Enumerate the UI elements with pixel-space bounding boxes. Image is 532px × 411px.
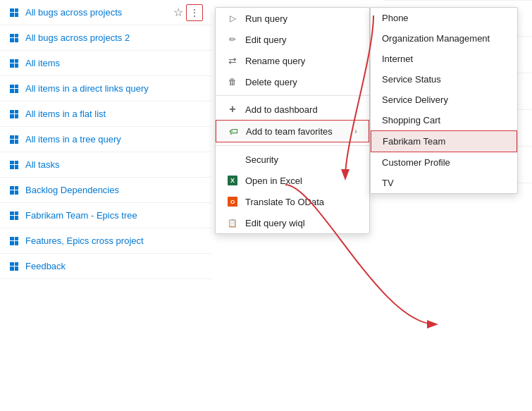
- query-type-icon: [8, 159, 20, 171]
- menu-delete-label: Delete query: [245, 77, 297, 87]
- rename-icon: ⇄: [227, 55, 238, 66]
- query-type-icon: [8, 134, 20, 145]
- query-name-6[interactable]: All items in a tree query: [25, 134, 121, 145]
- query-name-4[interactable]: All items in a direct links query: [25, 83, 149, 94]
- query-item: All tasks: [0, 152, 211, 178]
- query-list: All bugs across projects ☆ ⋮ All bugs ac…: [0, 0, 211, 411]
- tag-icon: 🏷: [228, 125, 239, 137]
- query-type-icon: [8, 185, 20, 196]
- run-icon: ▷: [227, 13, 238, 24]
- submenu-item-customer[interactable]: Customer Profile: [371, 152, 517, 173]
- trash-icon: 🗑: [227, 76, 238, 87]
- menu-edit-query[interactable]: ✏ Edit query: [216, 29, 369, 50]
- query-name-1[interactable]: All bugs across projects: [25, 7, 168, 18]
- query-item: All items: [0, 51, 211, 76]
- submenu-org-label: Organization Management: [382, 33, 490, 44]
- query-type-icon: [8, 235, 20, 247]
- submenu-phone-label: Phone: [382, 13, 409, 23]
- query-name-5[interactable]: All items in a flat list: [25, 109, 106, 119]
- submenu-item-internet[interactable]: Internet: [371, 49, 517, 69]
- query-item: Feedback: [0, 254, 211, 279]
- submenu-delivery-label: Service Delivery: [382, 94, 448, 105]
- menu-security[interactable]: Security: [216, 149, 369, 170]
- query-name-11[interactable]: Feedback: [25, 261, 66, 271]
- menu-odata-label: Translate To OData: [245, 197, 324, 207]
- query-name-2[interactable]: All bugs across projects 2: [25, 32, 130, 43]
- more-button[interactable]: ⋮: [186, 4, 203, 21]
- more-icon: ⋮: [190, 7, 199, 18]
- submenu-internet-label: Internet: [382, 54, 413, 64]
- wiql-icon: 📋: [227, 217, 238, 228]
- query-item: All bugs across projects 2: [0, 25, 211, 51]
- submenu-item-tv[interactable]: TV: [371, 173, 517, 193]
- submenu-status-label: Service Status: [382, 74, 441, 85]
- query-item: All items in a tree query: [0, 127, 211, 152]
- submenu-item-status[interactable]: Service Status: [371, 69, 517, 90]
- submenu-item-shopping[interactable]: Shopping Cart: [371, 110, 517, 130]
- star-button[interactable]: ☆: [173, 6, 183, 19]
- submenu-shopping-label: Shopping Cart: [382, 115, 440, 125]
- submenu-tv-label: TV: [382, 178, 394, 188]
- query-name-9[interactable]: Fabrikam Team - Epics tree: [25, 210, 137, 221]
- query-type-icon: [8, 210, 20, 221]
- query-type-icon: [8, 83, 20, 94]
- query-item: Backlog Dependencies: [0, 178, 211, 203]
- menu-team-fav-label: Add to team favorites: [246, 126, 333, 137]
- query-item: Fabrikam Team - Epics tree: [0, 203, 211, 228]
- menu-rename-query[interactable]: ⇄ Rename query: [216, 50, 369, 71]
- query-name-8[interactable]: Backlog Dependencies: [25, 185, 119, 195]
- query-item: All items in a direct links query: [0, 76, 211, 102]
- pencil-icon: ✏: [227, 34, 238, 45]
- menu-add-dashboard[interactable]: + Add to dashboard: [216, 99, 369, 120]
- submenu-team-favorites: Phone Organization Management Internet S…: [370, 7, 518, 194]
- menu-dashboard-label: Add to dashboard: [245, 104, 318, 115]
- menu-run-label: Run query: [245, 13, 287, 24]
- menu-delete-query[interactable]: 🗑 Delete query: [216, 71, 369, 92]
- menu-add-team-favorites[interactable]: 🏷 Add to team favorites ›: [216, 120, 369, 142]
- query-type-icon: [8, 7, 20, 18]
- menu-rename-label: Rename query: [245, 56, 305, 66]
- security-icon: [227, 154, 238, 165]
- odata-icon: O: [227, 196, 238, 207]
- query-type-icon: [8, 109, 20, 120]
- menu-run-query[interactable]: ▷ Run query: [216, 8, 369, 29]
- query-type-icon: [8, 261, 20, 272]
- query-name-3[interactable]: All items: [25, 58, 60, 68]
- query-type-icon: [8, 58, 20, 69]
- query-name-7[interactable]: All tasks: [25, 159, 59, 170]
- plus-icon: +: [227, 104, 238, 115]
- menu-open-excel[interactable]: X Open in Excel: [216, 170, 369, 191]
- query-item: All items in a flat list: [0, 102, 211, 127]
- query-type-icon: [8, 32, 20, 44]
- submenu-item-delivery[interactable]: Service Delivery: [371, 90, 517, 110]
- submenu-item-phone[interactable]: Phone: [371, 8, 517, 28]
- menu-odata[interactable]: O Translate To OData: [216, 191, 369, 212]
- menu-wiql[interactable]: 📋 Edit query wiql: [216, 212, 369, 233]
- query-name-10[interactable]: Features, Epics cross project: [25, 235, 144, 246]
- toolbar-icons: ☆ ⋮: [173, 4, 203, 21]
- menu-edit-label: Edit query: [245, 35, 287, 45]
- excel-icon: X: [227, 175, 238, 186]
- submenu-item-org[interactable]: Organization Management: [371, 28, 517, 49]
- submenu-item-fabrikam[interactable]: Fabrikam Team: [371, 130, 517, 152]
- menu-security-label: Security: [245, 154, 278, 165]
- context-menu: ▷ Run query ✏ Edit query ⇄ Rename query …: [215, 7, 370, 234]
- query-item: Features, Epics cross project: [0, 228, 211, 254]
- submenu-customer-label: Customer Profile: [382, 157, 450, 168]
- query-item-first-row: All bugs across projects ☆ ⋮: [0, 0, 211, 25]
- submenu-fabrikam-label: Fabrikam Team: [383, 136, 445, 147]
- submenu-arrow-icon: ›: [354, 127, 357, 135]
- menu-excel-label: Open in Excel: [245, 176, 302, 186]
- menu-wiql-label: Edit query wiql: [245, 218, 305, 228]
